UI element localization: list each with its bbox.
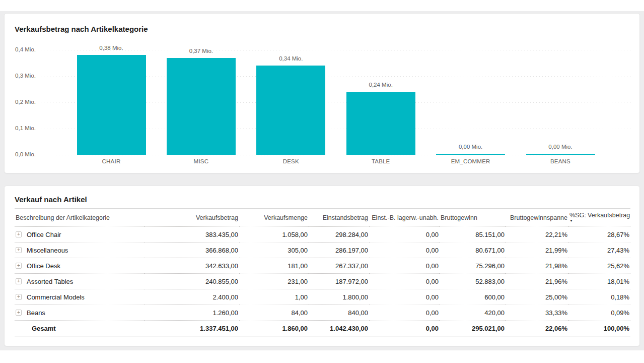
- value-cell: 0,00: [369, 243, 440, 258]
- bar-chart: 0,4 Mio.0,3 Mio.0,2 Mio.0,1 Mio.0,0 Mio.…: [5, 14, 639, 173]
- value-cell: 240.855,00: [145, 274, 239, 289]
- value-cell: 187.972,00: [309, 274, 369, 289]
- x-axis-category-label: CHAIR: [71, 158, 152, 164]
- category-cell: +Office Chair: [15, 227, 145, 243]
- value-cell: 85.151,00: [440, 227, 506, 243]
- bar-beans[interactable]: [526, 154, 595, 155]
- y-axis-tick-label: 0,2 Mio.: [5, 99, 36, 105]
- x-axis-category-label: BEANS: [520, 158, 601, 164]
- column-header[interactable]: %SG: Verkaufsbetrag▼: [568, 209, 630, 227]
- table-header-row: Beschreibung der ArtikelkategorieVerkauf…: [15, 209, 630, 227]
- value-cell: 1.800,00: [309, 289, 369, 305]
- column-header-label: Verkaufsmenge: [264, 214, 308, 221]
- column-header[interactable]: Beschreibung der Artikelkategorie: [15, 209, 145, 227]
- bar-misc[interactable]: [167, 58, 236, 155]
- expand-row-icon[interactable]: +: [16, 278, 22, 284]
- value-cell: 25,00%: [506, 289, 568, 305]
- column-header[interactable]: Einst.-B. lagerw.-unabh.: [369, 209, 440, 227]
- table-row: +Office Chair383.435,001.058,00298.284,0…: [15, 227, 630, 243]
- total-row: Gesamt1.337.451,001.860,001.042.430,000,…: [15, 321, 630, 336]
- value-cell: 231,00: [239, 274, 309, 289]
- category-name: Office Desk: [27, 262, 60, 270]
- table-row: +Beans1.260,0084,00840,000,00420,0033,33…: [15, 305, 630, 321]
- bar-value-label: 0,00 Mio.: [441, 144, 501, 150]
- bar-desk[interactable]: [256, 66, 325, 155]
- expand-row-icon[interactable]: +: [16, 294, 22, 300]
- column-header[interactable]: Bruttogewinnspanne: [506, 209, 568, 227]
- value-cell: 366.868,00: [145, 243, 239, 258]
- bar-value-label: 0,34 Mio.: [261, 55, 321, 62]
- value-cell: 0,09%: [568, 305, 630, 321]
- x-axis-category-label: MISC: [161, 158, 241, 164]
- column-header-label: Bruttogewinn: [441, 214, 477, 221]
- column-header-label: Einstandsbetrag: [323, 214, 368, 221]
- value-cell: 21,98%: [506, 258, 568, 274]
- y-axis-tick-label: 0,1 Mio.: [5, 125, 36, 131]
- value-cell: 0,00: [369, 321, 440, 336]
- value-cell: 286.197,00: [309, 243, 369, 258]
- value-cell: 1.058,00: [239, 227, 309, 243]
- expand-row-icon[interactable]: +: [16, 310, 22, 316]
- total-row-label: Gesamt: [32, 325, 56, 332]
- column-header-label: Einst.-B. lagerw.-unabh.: [372, 214, 439, 221]
- expand-row-icon[interactable]: +: [16, 231, 22, 237]
- value-cell: 298.284,00: [309, 227, 369, 243]
- value-cell: 0,00: [369, 258, 440, 274]
- value-cell: 80.671,00: [440, 243, 506, 258]
- column-header-label: Beschreibung der Artikelkategorie: [16, 214, 110, 221]
- y-axis-tick-label: 0,0 Mio.: [5, 151, 36, 157]
- category-cell: +Beans: [15, 305, 145, 321]
- value-cell: 295.021,00: [440, 321, 506, 336]
- value-cell: 420,00: [440, 305, 506, 321]
- column-header[interactable]: Bruttogewinn: [440, 209, 506, 227]
- table-row: +Assorted Tables240.855,00231,00187.972,…: [15, 274, 630, 289]
- category-name: Office Chair: [27, 231, 61, 238]
- value-cell: 22,06%: [506, 321, 568, 336]
- column-header[interactable]: Verkaufsbetrag: [145, 209, 239, 227]
- value-cell: 1.337.451,00: [145, 321, 239, 336]
- table-title: Verkauf nach Artikel: [15, 195, 87, 204]
- category-cell: +Miscellaneous: [15, 243, 145, 258]
- x-axis-category-label: TABLE: [340, 158, 421, 164]
- value-cell: 1.042.430,00: [309, 321, 369, 336]
- category-cell: Gesamt: [15, 321, 145, 336]
- value-cell: 100,00%: [568, 321, 630, 336]
- table-card: Verkauf nach Artikel Beschreibung der Ar…: [4, 186, 640, 346]
- value-cell: 27,43%: [568, 243, 630, 258]
- table-row: +Miscellaneous366.868,00305,00286.197,00…: [15, 243, 630, 258]
- table-row: +Commercial Models2.400,001,001.800,000,…: [15, 289, 630, 305]
- column-header-label: Bruttogewinnspanne: [510, 214, 567, 221]
- value-cell: 181,00: [239, 258, 309, 274]
- column-header-label: %SG: Verkaufsbetrag: [569, 212, 630, 219]
- column-header[interactable]: Verkaufsmenge: [239, 209, 309, 227]
- value-cell: 600,00: [440, 289, 506, 305]
- table-header: Beschreibung der ArtikelkategorieVerkauf…: [15, 209, 630, 227]
- value-cell: 75.296,00: [440, 258, 506, 274]
- value-cell: 21,99%: [506, 243, 568, 258]
- value-cell: 840,00: [309, 305, 369, 321]
- table-row: +Office Desk342.633,00181,00267.337,000,…: [15, 258, 630, 274]
- bar-value-label: 0,37 Mio.: [171, 48, 231, 54]
- category-name: Beans: [27, 309, 45, 317]
- category-cell: +Office Desk: [15, 258, 145, 274]
- value-cell: 267.337,00: [309, 258, 369, 274]
- value-cell: 22,21%: [506, 227, 568, 243]
- bar-table[interactable]: [346, 92, 415, 155]
- value-cell: 21,96%: [506, 274, 568, 289]
- column-header[interactable]: Einstandsbetrag: [309, 209, 369, 227]
- sort-descending-icon: ▼: [569, 219, 630, 222]
- chart-gridline: [41, 155, 632, 155]
- value-cell: 0,00: [369, 227, 440, 243]
- value-cell: 1.260,00: [145, 305, 239, 321]
- bar-chair[interactable]: [77, 55, 146, 155]
- value-cell: 305,00: [239, 243, 309, 258]
- category-name: Miscellaneous: [27, 247, 68, 254]
- bar-em_commer[interactable]: [436, 154, 505, 155]
- expand-row-icon[interactable]: +: [16, 247, 22, 253]
- bar-value-label: 0,00 Mio.: [530, 144, 591, 150]
- value-cell: 342.633,00: [145, 258, 239, 274]
- bar-value-label: 0,24 Mio.: [350, 82, 411, 88]
- expand-row-icon[interactable]: +: [16, 263, 22, 269]
- value-cell: 28,67%: [568, 227, 630, 243]
- x-axis-category-label: EM_COMMER: [431, 158, 511, 164]
